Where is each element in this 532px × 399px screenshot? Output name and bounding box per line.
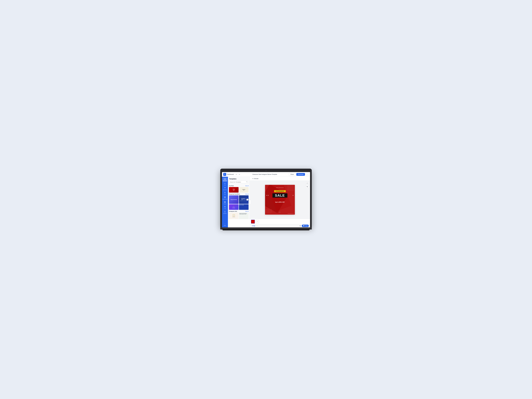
sidebar-nav: ⊞ Templates ✏ Fill xyxy=(222,177,228,227)
instagram-template-1[interactable]: 💍 investments xyxy=(229,213,239,219)
document-title: Clearance Sale Instagram Banner Template xyxy=(241,174,288,175)
dashboard-link[interactable]: Dashboard xyxy=(227,174,234,175)
clearance-box: CLEARANCE xyxy=(274,190,286,192)
sale-arrow-left: ◄◄ xyxy=(266,194,269,196)
laptop-foot xyxy=(222,229,310,230)
canvas-filmstrip: S + xyxy=(250,219,310,224)
youtube-template-2[interactable]: FATHER'SDAY xyxy=(239,187,248,193)
svg-point-0 xyxy=(225,188,225,188)
snap-scroll-btn[interactable]: › xyxy=(247,199,248,201)
canvas-content: Vanko Electronics ◄◄ CLEARANCE xyxy=(250,181,310,219)
canvas-tools-right xyxy=(306,182,309,188)
search-icon xyxy=(246,181,247,183)
fit-button[interactable]: Fit xyxy=(300,225,301,227)
logo-button[interactable]: T xyxy=(223,173,226,176)
instagram-template-grid: 💍 investments Shop for your favorite goo… xyxy=(229,213,248,219)
instagram-see-all[interactable]: See all xyxy=(245,211,248,212)
snapchat-template-1[interactable]: Happy Birthday! xyxy=(229,195,239,204)
more-options-button[interactable]: ··· xyxy=(306,173,309,176)
sidebar-item-tables[interactable]: Tables xyxy=(223,201,227,205)
instagram-section-title: Instagram Ads xyxy=(229,211,237,212)
svg-rect-3 xyxy=(225,201,226,202)
more-icon: ··· xyxy=(224,223,226,225)
discount-text: Up to 80% Off! xyxy=(275,201,285,203)
svg-rect-5 xyxy=(225,202,226,203)
sidebar-item-uploads[interactable]: Uploads xyxy=(223,210,227,215)
uploads-icon xyxy=(224,211,226,213)
instagram-section-header: Instagram Ads See all xyxy=(229,211,248,212)
snapchat-section-header: Snapchat Geofilters See all xyxy=(229,193,248,195)
animate-icon: ✦ xyxy=(252,178,253,179)
duplicate-canvas-button[interactable] xyxy=(306,185,309,188)
instagram-template-2[interactable]: Shop for your favorite goods without lea… xyxy=(239,213,248,219)
sidebar-item-fill[interactable]: ✏ Fill xyxy=(223,182,227,186)
tables-icon xyxy=(224,201,226,203)
templates-panel: Templates xyxy=(228,177,250,219)
chat-button[interactable]: 💬 Chat xyxy=(302,225,309,227)
dots-bottom-row xyxy=(266,213,271,213)
app-main: ⊞ Templates ✏ Fill xyxy=(222,177,310,227)
header-actions: Share Download ··· xyxy=(289,173,309,176)
snapchat-template-2[interactable]: BUSINESSCONFERENCE2030 September 12, 203… xyxy=(239,195,248,204)
filmstrip-add-page[interactable]: + xyxy=(256,220,259,223)
search-input[interactable] xyxy=(230,181,246,183)
sidebar-item-text[interactable]: T Text xyxy=(223,191,227,196)
zoom-controls xyxy=(251,226,299,226)
chat-icon: 💬 xyxy=(303,225,304,227)
youtube-template-1[interactable]: HAPPYLABORDAY xyxy=(229,187,239,193)
canvas-footer: Fit 💬 Chat xyxy=(250,224,310,227)
youtube-section-header: YouTube See all xyxy=(229,185,248,186)
filmstrip-thumb-inner: S xyxy=(251,220,255,223)
share-button[interactable]: Share xyxy=(289,173,296,176)
snapchat-extra-grid: ✋ May yourspecial daybe magical SEE YOU … xyxy=(229,204,248,210)
sale-brand: Vanko Electronics xyxy=(276,187,284,188)
search-box[interactable] xyxy=(229,181,248,184)
svg-rect-2 xyxy=(224,201,225,202)
canvas-chevron-down: ∨ xyxy=(279,211,280,213)
download-button[interactable]: Download xyxy=(296,173,305,176)
canvas-toolbar: ✦ Animate xyxy=(250,177,310,181)
sale-discount: Up to 80% Off! xyxy=(275,201,285,203)
snapchat-see-all[interactable]: See all xyxy=(245,194,248,195)
sidebar-item-more[interactable]: ··· More xyxy=(223,222,227,227)
filmstrip-page-1[interactable]: S xyxy=(251,220,255,223)
sidebar-item-graphics[interactable]: Graphics xyxy=(223,186,227,191)
templates-panel-title: Templates xyxy=(228,177,250,181)
sale-label: SALE xyxy=(275,194,285,197)
sale-website: vankoelectronics.com xyxy=(288,213,294,214)
snapchat-template-4[interactable]: SEE YOU THERE! xyxy=(239,204,248,210)
background-icon xyxy=(224,196,226,198)
sidebar-item-background[interactable]: Background xyxy=(223,196,227,200)
zoom-slider[interactable] xyxy=(252,226,258,226)
laptop-base xyxy=(220,227,312,229)
laptop-camera xyxy=(266,170,266,171)
templates-icon: ⊞ xyxy=(224,178,226,180)
youtube-see-all[interactable]: See all xyxy=(245,185,248,186)
snapchat-template-3[interactable]: ✋ May yourspecial daybe magical xyxy=(229,204,239,210)
fill-icon: ✏ xyxy=(224,183,226,184)
svg-rect-1 xyxy=(224,197,226,198)
youtube-template-grid: HAPPYLABORDAY FATHER'SDAY xyxy=(229,187,248,193)
svg-point-7 xyxy=(225,207,225,207)
svg-rect-9 xyxy=(307,186,308,187)
laptop-bezel: T Dashboard ↩ ↪ Clearance Sale Instagram… xyxy=(220,169,312,227)
dots-top-right xyxy=(288,186,294,191)
app-container: T Dashboard ↩ ↪ Clearance Sale Instagram… xyxy=(222,172,310,227)
design-canvas[interactable]: Vanko Electronics ◄◄ CLEARANCE xyxy=(265,185,295,215)
sidebar-item-templates[interactable]: ⊞ Templates xyxy=(223,177,227,182)
svg-rect-4 xyxy=(224,202,225,203)
templates-panel-wrap: Templates xyxy=(228,177,250,227)
animate-button[interactable]: ✦ Animate xyxy=(251,177,259,180)
canvas-area: ✦ Animate xyxy=(250,177,310,227)
templates-search-area xyxy=(228,181,250,184)
sale-background: Vanko Electronics ◄◄ CLEARANCE xyxy=(265,185,295,215)
expand-canvas-button[interactable] xyxy=(306,182,309,185)
clearance-text: CLEARANCE xyxy=(276,190,284,192)
panel-collapse-button[interactable]: ‹ xyxy=(249,200,251,204)
app-header: T Dashboard ↩ ↪ Clearance Sale Instagram… xyxy=(222,172,310,177)
laptop-wrapper: T Dashboard ↩ ↪ Clearance Sale Instagram… xyxy=(220,169,312,230)
redo-button[interactable]: ↪ xyxy=(238,173,241,176)
snapchat-section-title: Snapchat Geofilters xyxy=(229,193,240,195)
sidebar-item-logo[interactable]: Logo xyxy=(223,205,227,210)
undo-button[interactable]: ↩ xyxy=(235,173,238,176)
